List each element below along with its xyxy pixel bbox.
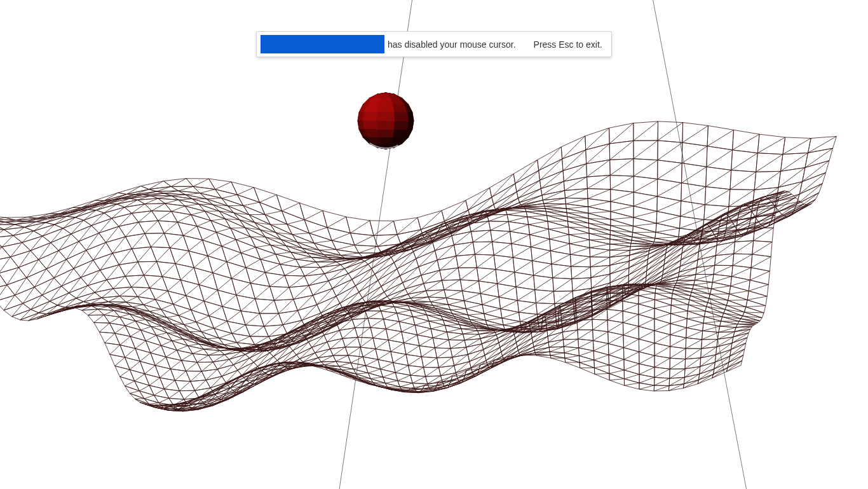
- pointer-lock-notice: has disabled your mouse cursor. Press Es…: [256, 31, 612, 57]
- origin-highlight: [261, 35, 384, 53]
- pointer-lock-hint: Press Esc to exit.: [534, 39, 602, 50]
- pointer-lock-message: has disabled your mouse cursor.: [388, 39, 516, 50]
- webgl-canvas[interactable]: [0, 0, 868, 489]
